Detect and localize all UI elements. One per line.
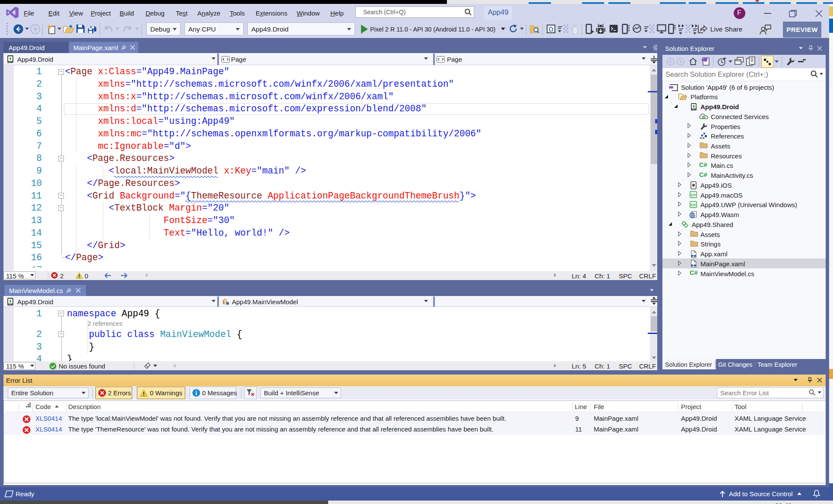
- svg-text:C#: C#: [690, 202, 696, 207]
- svg-text:C#: C#: [690, 270, 698, 276]
- svg-text:C#: C#: [690, 192, 696, 197]
- svg-text:C#: C#: [699, 162, 707, 168]
- svg-text:C#: C#: [699, 172, 707, 178]
